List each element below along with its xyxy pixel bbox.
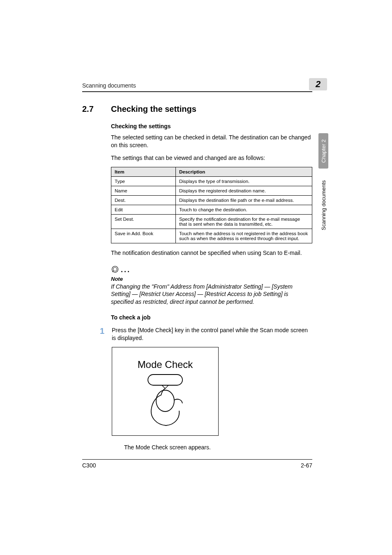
step-row: 1 Press the [Mode Check] key in the cont… <box>96 326 312 342</box>
section-number: 2.7 <box>82 104 102 114</box>
table-cell: Touch when the address is not registered… <box>176 229 312 243</box>
table-cell: Displays the type of transmission. <box>176 176 312 186</box>
note-label: Note <box>111 276 312 282</box>
svg-point-0 <box>111 265 119 273</box>
table-row: Name Displays the registered destination… <box>111 186 312 195</box>
page-footer: C300 2-67 <box>82 459 312 469</box>
table-header-item: Item <box>111 167 176 176</box>
figure-label: Mode Check <box>112 359 218 370</box>
table-cell: Specify the notification destination for… <box>176 214 312 229</box>
note-text: If Changing the "From" Address from [Adm… <box>111 283 312 306</box>
section-heading: 2.7 Checking the settings <box>82 104 312 114</box>
note-block: ... Note If Changing the "From" Address … <box>111 266 312 306</box>
table-header-description: Description <box>176 167 312 176</box>
svg-point-4 <box>156 390 174 412</box>
table-cell: Displays the registered destination name… <box>176 186 312 195</box>
procedure-heading: To check a job <box>111 314 312 321</box>
table-cell: Set Dest. <box>111 214 176 229</box>
settings-table: Item Description Type Displays the type … <box>111 167 312 243</box>
note-icon-row: ... <box>111 266 312 275</box>
table-row: Dest. Displays the destination file path… <box>111 195 312 205</box>
table-cell: Displays the destination file path or th… <box>176 195 312 205</box>
side-section-text: Scanning documents <box>321 174 327 236</box>
paragraph: The settings that can be viewed and chan… <box>111 154 312 162</box>
step-text: Press the [Mode Check] key in the contro… <box>112 326 312 342</box>
paragraph: The notification destination cannot be s… <box>111 249 312 257</box>
running-head: Scanning documents 2 <box>82 82 312 92</box>
subheading-checking: Checking the settings <box>111 123 312 130</box>
table-row: Set Dest. Specify the notification desti… <box>111 214 312 229</box>
table-cell: Dest. <box>111 195 176 205</box>
chapter-badge: 2 <box>309 78 327 90</box>
footer-page-number: 2-67 <box>301 462 312 469</box>
table-row: Edit Touch to change the destination. <box>111 205 312 214</box>
table-cell: Touch to change the destination. <box>176 205 312 214</box>
svg-rect-3 <box>148 375 182 385</box>
result-text: The Mode Check screen appears. <box>124 444 312 451</box>
note-dots-icon: ... <box>121 266 131 274</box>
table-cell: Type <box>111 176 176 186</box>
note-icon <box>111 265 119 275</box>
paragraph: The selected setting can be checked in d… <box>111 134 312 149</box>
page-content: Scanning documents 2 2.7 Checking the se… <box>82 82 312 451</box>
running-head-text: Scanning documents <box>82 82 136 89</box>
side-chapter-tab: Chapter 2 <box>318 133 328 169</box>
table-cell: Edit <box>111 205 176 214</box>
table-row: Type Displays the type of transmission. <box>111 176 312 186</box>
section-body: Checking the settings The selected setti… <box>111 123 312 451</box>
table-cell: Name <box>111 186 176 195</box>
mode-check-figure: Mode Check <box>112 347 219 436</box>
figure-illustration <box>112 373 218 430</box>
figure: Mode Check <box>112 347 312 436</box>
step-number: 1 <box>96 326 104 342</box>
footer-model: C300 <box>82 462 96 469</box>
table-cell: Save in Add. Book <box>111 229 176 243</box>
table-row: Save in Add. Book Touch when the address… <box>111 229 312 243</box>
section-title: Checking the settings <box>111 104 196 114</box>
